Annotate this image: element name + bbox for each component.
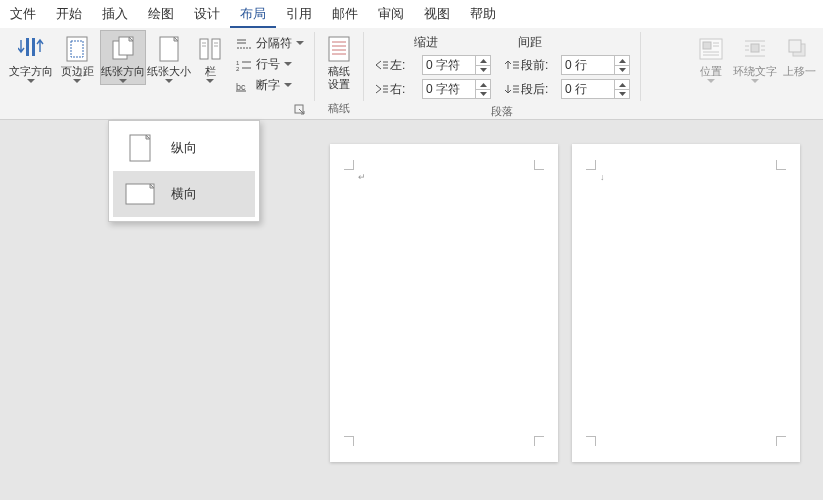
portrait-page-icon	[123, 133, 157, 163]
manuscript-icon	[325, 35, 353, 63]
orientation-icon	[109, 35, 137, 63]
size-button[interactable]: 纸张大小	[146, 30, 192, 85]
wrap-text-icon	[741, 35, 769, 63]
bring-forward-icon	[785, 35, 813, 63]
tab-mailings[interactable]: 邮件	[322, 0, 368, 28]
indent-left-spinner[interactable]	[422, 55, 491, 75]
svg-text:2: 2	[236, 66, 240, 71]
page-2[interactable]: ↓	[572, 144, 800, 462]
spin-up-icon[interactable]	[615, 56, 629, 65]
line-numbers-icon: 12	[236, 58, 252, 72]
breaks-button[interactable]: 分隔符	[232, 34, 308, 53]
text-cursor-icon: ↓	[600, 172, 605, 182]
group-label-manuscript: 稿纸	[319, 100, 359, 119]
orientation-menu: 纵向 横向	[108, 120, 260, 222]
spin-down-icon[interactable]	[476, 89, 490, 98]
spacing-after-label: 段后:	[505, 81, 557, 98]
tab-design[interactable]: 设计	[184, 0, 230, 28]
spin-up-icon[interactable]	[615, 80, 629, 89]
chevron-down-icon	[206, 79, 214, 84]
svg-rect-8	[212, 39, 220, 59]
chevron-down-icon	[27, 79, 35, 84]
spin-down-icon[interactable]	[615, 89, 629, 98]
chevron-down-icon	[751, 79, 759, 84]
hyphenation-button[interactable]: bc 断字	[232, 76, 308, 95]
crop-mark-icon	[344, 160, 354, 170]
position-button[interactable]: 位置	[691, 30, 731, 85]
paragraph-mark-icon: ↵	[358, 172, 366, 182]
svg-rect-7	[200, 39, 208, 59]
indent-right-spinner[interactable]	[422, 79, 491, 99]
spacing-before-spinner[interactable]	[561, 55, 630, 75]
chevron-down-icon	[119, 79, 127, 84]
spacing-before-icon	[505, 59, 519, 71]
bring-forward-button[interactable]: 上移一	[779, 30, 819, 79]
page-1[interactable]: ↵	[330, 144, 558, 462]
columns-button[interactable]: 栏	[192, 30, 228, 85]
crop-mark-icon	[344, 436, 354, 446]
tab-layout[interactable]: 布局	[230, 0, 276, 28]
group-page-setup: 文字方向 页边距 纸张方向 纸张大小	[0, 28, 314, 119]
spin-down-icon[interactable]	[476, 65, 490, 74]
breaks-icon	[236, 37, 252, 51]
crop-mark-icon	[534, 160, 544, 170]
svg-rect-1	[32, 38, 35, 56]
spacing-before-input[interactable]	[562, 56, 614, 74]
group-label-page-setup	[8, 115, 310, 119]
spin-up-icon[interactable]	[476, 56, 490, 65]
line-numbers-button[interactable]: 12 行号	[232, 55, 308, 74]
margins-icon	[63, 35, 91, 63]
tab-help[interactable]: 帮助	[460, 0, 506, 28]
chevron-down-icon	[284, 62, 292, 67]
landscape-page-icon	[123, 179, 157, 209]
crop-mark-icon	[586, 436, 596, 446]
indent-right-input[interactable]	[423, 80, 475, 98]
indent-right-label: 右:	[374, 81, 418, 98]
group-arrange: 位置 环绕文字 上移一	[687, 28, 823, 119]
spin-up-icon[interactable]	[476, 80, 490, 89]
text-direction-icon	[17, 35, 45, 63]
chevron-down-icon	[284, 83, 292, 88]
chevron-down-icon	[707, 79, 715, 84]
ribbon: 文字方向 页边距 纸张方向 纸张大小	[0, 28, 823, 120]
page-setup-small: 分隔符 12 行号 bc 断字	[228, 30, 310, 95]
tab-review[interactable]: 审阅	[368, 0, 414, 28]
position-icon	[697, 35, 725, 63]
indent-heading: 缩进	[414, 34, 438, 51]
indent-left-icon	[374, 59, 388, 71]
spacing-before-label: 段前:	[505, 57, 557, 74]
indent-left-input[interactable]	[423, 56, 475, 74]
hyphenation-icon: bc	[236, 79, 252, 93]
chevron-down-icon	[296, 41, 304, 46]
group-paragraph: 缩进 间距 左: 段前:	[364, 28, 640, 119]
orientation-button[interactable]: 纸张方向	[100, 30, 146, 85]
svg-rect-0	[26, 38, 29, 56]
margins-button[interactable]: 页边距	[54, 30, 100, 85]
tab-view[interactable]: 视图	[414, 0, 460, 28]
dialog-launcher-icon[interactable]	[294, 104, 306, 116]
spin-down-icon[interactable]	[615, 65, 629, 74]
ribbon-tabs: 文件 开始 插入 绘图 设计 布局 引用 邮件 审阅 视图 帮助	[0, 0, 823, 28]
crop-mark-icon	[534, 436, 544, 446]
svg-rect-23	[329, 37, 349, 61]
tab-file[interactable]: 文件	[0, 0, 46, 28]
svg-rect-41	[703, 42, 711, 49]
chevron-down-icon	[165, 79, 173, 84]
text-direction-button[interactable]: 文字方向	[8, 30, 54, 85]
orientation-portrait-item[interactable]: 纵向	[113, 125, 255, 171]
crop-mark-icon	[776, 436, 786, 446]
spacing-after-icon	[505, 83, 519, 95]
tab-draw[interactable]: 绘图	[138, 0, 184, 28]
tab-insert[interactable]: 插入	[92, 0, 138, 28]
spacing-after-input[interactable]	[562, 80, 614, 98]
manuscript-settings-button[interactable]: 稿纸 设置	[319, 30, 359, 92]
columns-icon	[196, 35, 224, 63]
page-size-icon	[155, 35, 183, 63]
tab-references[interactable]: 引用	[276, 0, 322, 28]
tab-home[interactable]: 开始	[46, 0, 92, 28]
spacing-heading: 间距	[518, 34, 542, 51]
chevron-down-icon	[73, 79, 81, 84]
spacing-after-spinner[interactable]	[561, 79, 630, 99]
orientation-landscape-item[interactable]: 横向	[113, 171, 255, 217]
wrap-text-button[interactable]: 环绕文字	[731, 30, 779, 85]
